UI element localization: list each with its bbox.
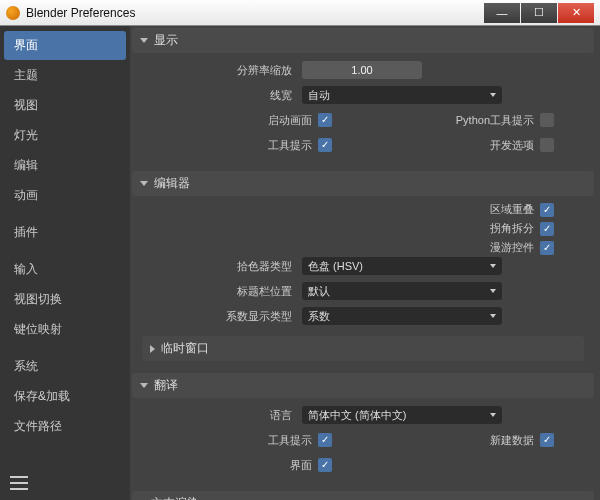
section-header-text-render[interactable]: 文本渲染 bbox=[132, 491, 594, 500]
window-titlebar: Blender Preferences — ☐ ✕ bbox=[0, 0, 600, 26]
section-title: 临时窗口 bbox=[161, 340, 209, 357]
chevron-down-icon bbox=[490, 264, 496, 268]
window-minimize-button[interactable]: — bbox=[484, 3, 520, 23]
dropdown-value: 色盘 (HSV) bbox=[308, 259, 363, 274]
language-label: 语言 bbox=[142, 408, 302, 423]
sidebar-item[interactable]: 主题 bbox=[4, 61, 126, 90]
sidebar-item[interactable]: 界面 bbox=[4, 31, 126, 60]
region-overlap-checkbox[interactable]: ✓ bbox=[540, 203, 554, 217]
chevron-down-icon bbox=[490, 314, 496, 318]
chevron-down-icon bbox=[140, 38, 148, 43]
section-title: 文本渲染 bbox=[151, 495, 199, 500]
sidebar-item[interactable]: 文件路径 bbox=[4, 412, 126, 441]
dropdown-value: 系数 bbox=[308, 309, 330, 324]
sidebar-item[interactable]: 键位映射 bbox=[4, 315, 126, 344]
header-pos-label: 标题栏位置 bbox=[142, 284, 302, 299]
splash-checkbox[interactable]: ✓ bbox=[318, 113, 332, 127]
dev-extras-label: 开发选项 bbox=[490, 138, 534, 153]
splash-label: 启动画面 bbox=[268, 113, 312, 128]
python-tooltips-label: Python工具提示 bbox=[456, 113, 534, 128]
sidebar-item[interactable]: 动画 bbox=[4, 181, 126, 210]
corner-split-label: 拐角拆分 bbox=[490, 221, 534, 236]
sidebar-item[interactable]: 编辑 bbox=[4, 151, 126, 180]
dropdown-value: 简体中文 (简体中文) bbox=[308, 408, 406, 423]
color-picker-dropdown[interactable]: 色盘 (HSV) bbox=[302, 257, 502, 275]
section-header-display[interactable]: 显示 bbox=[132, 28, 594, 53]
resolution-label: 分辨率缩放 bbox=[142, 63, 302, 78]
chevron-down-icon bbox=[490, 413, 496, 417]
chevron-down-icon bbox=[490, 93, 496, 97]
color-picker-label: 拾色器类型 bbox=[142, 259, 302, 274]
sidebar-item[interactable]: 视图 bbox=[4, 91, 126, 120]
translate-interface-checkbox[interactable]: ✓ bbox=[318, 458, 332, 472]
section-title: 显示 bbox=[154, 32, 178, 49]
section-header-editors[interactable]: 编辑器 bbox=[132, 171, 594, 196]
sidebar-item[interactable]: 插件 bbox=[4, 218, 126, 247]
language-dropdown[interactable]: 简体中文 (简体中文) bbox=[302, 406, 502, 424]
dropdown-value: 自动 bbox=[308, 88, 330, 103]
sidebar-item[interactable]: 保存&加载 bbox=[4, 382, 126, 411]
nav-controls-checkbox[interactable]: ✓ bbox=[540, 241, 554, 255]
section-title: 翻译 bbox=[154, 377, 178, 394]
chevron-down-icon bbox=[140, 383, 148, 388]
linewidth-dropdown[interactable]: 自动 bbox=[302, 86, 502, 104]
chevron-down-icon bbox=[140, 181, 148, 186]
blender-icon bbox=[6, 6, 20, 20]
header-pos-dropdown[interactable]: 默认 bbox=[302, 282, 502, 300]
window-close-button[interactable]: ✕ bbox=[558, 3, 594, 23]
chevron-right-icon bbox=[150, 345, 155, 353]
translate-newdata-checkbox[interactable]: ✓ bbox=[540, 433, 554, 447]
resolution-scale-field[interactable]: 1.00 bbox=[302, 61, 422, 79]
factor-display-dropdown[interactable]: 系数 bbox=[302, 307, 502, 325]
sidebar-item[interactable]: 输入 bbox=[4, 255, 126, 284]
preferences-sidebar: 界面主题视图灯光编辑动画插件输入视图切换键位映射系统保存&加载文件路径 bbox=[0, 26, 130, 500]
translate-tooltips-checkbox[interactable]: ✓ bbox=[318, 433, 332, 447]
tooltips-label: 工具提示 bbox=[268, 138, 312, 153]
preferences-main: 显示 分辨率缩放 1.00 线宽 自动 启动画面 ✓ Pytho bbox=[130, 26, 600, 500]
section-header-translation[interactable]: 翻译 bbox=[132, 373, 594, 398]
tooltips-checkbox[interactable]: ✓ bbox=[318, 138, 332, 152]
linewidth-label: 线宽 bbox=[142, 88, 302, 103]
hamburger-menu-icon[interactable] bbox=[10, 476, 28, 490]
sidebar-item[interactable]: 系统 bbox=[4, 352, 126, 381]
subsection-temp-windows[interactable]: 临时窗口 bbox=[142, 336, 584, 361]
factor-display-label: 系数显示类型 bbox=[142, 309, 302, 324]
section-title: 编辑器 bbox=[154, 175, 190, 192]
translate-interface-label: 界面 bbox=[290, 458, 312, 473]
corner-split-checkbox[interactable]: ✓ bbox=[540, 222, 554, 236]
python-tooltips-checkbox[interactable] bbox=[540, 113, 554, 127]
translate-newdata-label: 新建数据 bbox=[490, 433, 534, 448]
chevron-down-icon bbox=[490, 289, 496, 293]
region-overlap-label: 区域重叠 bbox=[490, 202, 534, 217]
sidebar-item[interactable]: 灯光 bbox=[4, 121, 126, 150]
window-title: Blender Preferences bbox=[26, 6, 484, 20]
dropdown-value: 默认 bbox=[308, 284, 330, 299]
window-maximize-button[interactable]: ☐ bbox=[521, 3, 557, 23]
nav-controls-label: 漫游控件 bbox=[490, 240, 534, 255]
translate-tooltips-label: 工具提示 bbox=[268, 433, 312, 448]
sidebar-item[interactable]: 视图切换 bbox=[4, 285, 126, 314]
dev-extras-checkbox[interactable] bbox=[540, 138, 554, 152]
